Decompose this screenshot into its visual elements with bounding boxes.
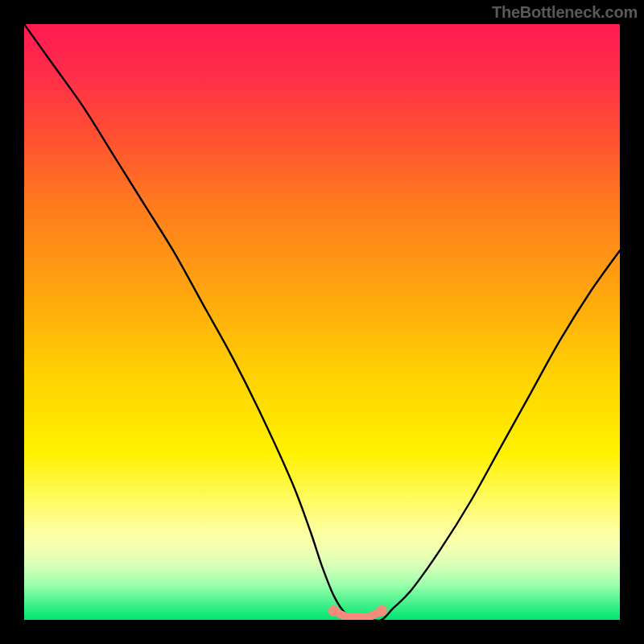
chart-frame: TheBottleneck.com xyxy=(0,0,644,644)
curve-layer xyxy=(24,24,620,620)
attribution-text: TheBottleneck.com xyxy=(492,3,638,22)
plot-area xyxy=(24,24,620,620)
optimal-band-end-dot xyxy=(376,605,387,617)
optimal-band-line xyxy=(334,611,382,617)
bottleneck-curve xyxy=(24,24,620,620)
optimal-band-end-dot xyxy=(328,605,340,617)
